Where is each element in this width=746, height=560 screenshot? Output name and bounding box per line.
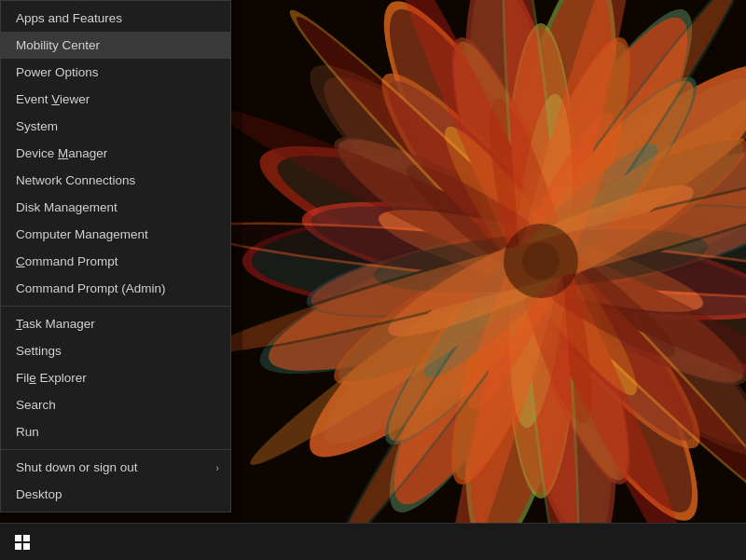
run-label: Run [16,425,39,439]
command-prompt-admin-label: Command Prompt (Admin) [16,281,166,295]
event-viewer-label: Event Viewer [16,92,90,106]
menu-item-device-manager[interactable]: Device Manager [1,140,230,167]
menu-item-mobility-center[interactable]: Mobility Center [1,32,230,59]
svg-rect-69 [15,543,21,550]
svg-rect-68 [23,535,30,541]
menu-item-search[interactable]: Search [1,391,230,418]
menu-item-run[interactable]: Run [1,418,230,445]
file-explorer-label: File Explorer [16,371,87,385]
menu-item-desktop[interactable]: Desktop [1,481,230,508]
menu-item-network-connections[interactable]: Network Connections [1,167,230,194]
start-button[interactable] [0,524,45,561]
disk-management-label: Disk Management [16,200,117,214]
menu-item-shut-down-sign-out[interactable]: Shut down or sign out › [1,454,230,481]
task-manager-label: Task Manager [16,317,95,331]
separator-2 [1,449,230,450]
menu-item-system[interactable]: System [1,113,230,140]
separator-1 [1,306,230,307]
network-connections-label: Network Connections [16,173,135,187]
command-prompt-label: Command Prompt [16,254,118,268]
menu-item-command-prompt[interactable]: Command Prompt [1,248,230,275]
search-label: Search [16,398,56,412]
menu-item-power-options[interactable]: Power Options [1,59,230,86]
menu-item-settings[interactable]: Settings [1,337,230,364]
apps-and-features-label: Apps and Features [16,11,122,25]
taskbar [0,523,746,560]
computer-management-label: Computer Management [16,227,148,241]
svg-rect-70 [23,543,30,550]
device-manager-label: Device Manager [16,146,107,160]
menu-item-event-viewer[interactable]: Event Viewer [1,86,230,113]
menu-item-file-explorer[interactable]: File Explorer [1,364,230,391]
submenu-arrow-icon: › [215,462,219,473]
desktop-label: Desktop [16,487,62,501]
menu-item-command-prompt-admin[interactable]: Command Prompt (Admin) [1,275,230,302]
power-options-label: Power Options [16,65,99,79]
menu-item-apps-and-features[interactable]: Apps and Features [1,5,230,32]
svg-rect-67 [15,535,21,541]
mobility-center-label: Mobility Center [16,38,100,52]
menu-item-disk-management[interactable]: Disk Management [1,194,230,221]
menu-item-task-manager[interactable]: Task Manager [1,310,230,337]
context-menu: Apps and Features Mobility Center Power … [0,0,231,512]
system-label: System [16,119,58,133]
shut-down-sign-out-label: Shut down or sign out [16,460,138,474]
settings-label: Settings [16,344,62,358]
windows-logo-icon [15,535,30,550]
menu-item-computer-management[interactable]: Computer Management [1,221,230,248]
